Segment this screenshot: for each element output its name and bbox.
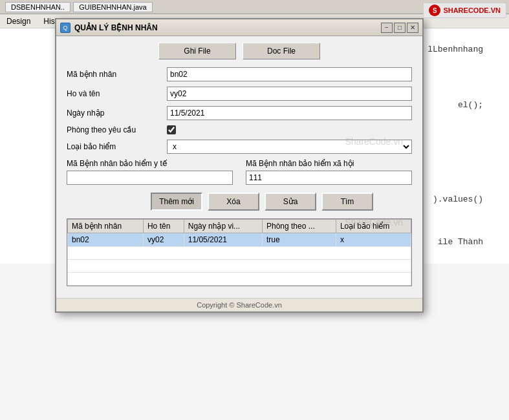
them-moi-button[interactable]: Thêm mới [151, 193, 202, 211]
cell-ngay-nhap: 11/05/2021 [184, 233, 262, 247]
ho-va-ten-row: Ho và tên [67, 87, 412, 101]
copyright-text: Copyright © ShareCode.vn [197, 301, 282, 309]
tim-button[interactable]: Tìm [321, 193, 373, 211]
bhyt-group: Mã Bệnh nhân bảo hiểm y tế [67, 159, 233, 185]
maximize-button[interactable]: □ [394, 23, 406, 33]
close-button[interactable]: ✕ [407, 23, 418, 33]
table-row-empty-3 [68, 273, 411, 286]
col-header-loai-bao-hiem: Loại bảo hiểm [336, 220, 411, 233]
cell-loai-bao-hiem: x [336, 233, 411, 247]
bhxh-label: Mã Bệnh nhân bảo hiểm xã hội [246, 159, 412, 168]
cell-phong-theo: true [263, 233, 336, 247]
loai-bao-hiem-label: Loại bảo hiểm [67, 142, 167, 151]
col-header-phong-theo: Phòng theo ... [263, 220, 336, 233]
ma-benh-nhan-label: Mã bệnh nhân [67, 70, 167, 79]
table-row[interactable]: bn02 vy02 11/05/2021 true x [68, 233, 411, 247]
sharecode-logo: S SHARECODE.VN [423, 3, 506, 18]
ngay-nhap-label: Ngày nhập [67, 109, 167, 118]
action-buttons-row: Thêm mới Xóa Sửa Tìm [67, 193, 412, 211]
table-header-row: Mã bệnh nhân Ho tên Ngày nhập vi... Phòn… [68, 220, 411, 233]
table-row-empty-1 [68, 247, 411, 260]
phong-checkbox-container [167, 125, 176, 134]
bg-tab-right[interactable]: GUIBENHNHAN.java [73, 2, 153, 12]
ngay-nhap-input[interactable] [167, 106, 412, 120]
bg-code-3: ).values() [433, 194, 483, 204]
insurance-section: Mã Bệnh nhân bảo hiểm y tế Mã Bệnh nhân … [67, 159, 412, 185]
dialog-footer: Copyright © ShareCode.vn [56, 298, 422, 311]
bg-text-file: ile Thành [438, 237, 483, 247]
col-header-ma-benh-nhan: Mã bệnh nhân [68, 220, 144, 233]
dialog-controls: − □ ✕ [381, 23, 418, 33]
data-table-container: Mã bệnh nhân Ho tên Ngày nhập vi... Phòn… [67, 218, 412, 286]
ghi-file-button[interactable]: Ghi File [158, 43, 236, 59]
data-table: Mã bệnh nhân Ho tên Ngày nhập vi... Phòn… [67, 219, 411, 286]
bhxh-input[interactable] [246, 171, 412, 185]
xoa-button[interactable]: Xóa [208, 193, 259, 211]
ho-va-ten-input[interactable] [167, 87, 412, 101]
ngay-nhap-row: Ngày nhập [67, 106, 412, 120]
file-buttons-row: Ghi File Doc File [67, 43, 412, 59]
loai-bao-hiem-row: Loại bảo hiểm x y z [67, 140, 412, 154]
bhxh-group: Mã Bệnh nhân bảo hiểm xã hội [246, 159, 412, 185]
dialog-content: ShareCode.vn ShareCode.vn Ghi File Doc F… [56, 36, 422, 298]
dialog-icon-text: Q [63, 25, 67, 31]
ma-benh-nhan-row: Mã bệnh nhân [67, 67, 412, 81]
dialog-icon: Q [60, 23, 70, 33]
sharecode-text: SHARECODE.VN [443, 6, 501, 14]
ho-va-ten-label: Ho và tên [67, 89, 167, 98]
sua-button[interactable]: Sửa [265, 193, 316, 211]
bg-code-2: el(); [458, 100, 483, 110]
loai-bao-hiem-select[interactable]: x y z [167, 140, 412, 154]
bg-tab-left[interactable]: DSBENHNHAN.. [5, 2, 70, 12]
sharecode-icon: S [429, 5, 440, 16]
main-dialog: Q QUẢN LÝ BỆNH NHÂN − □ ✕ ShareCode.vn S… [55, 18, 424, 313]
phong-theo-yeu-cau-row: Phòng theo yêu cầu [67, 125, 412, 134]
bg-code-1: lLbenhnhang [428, 45, 483, 54]
ma-benh-nhan-input[interactable] [167, 67, 412, 81]
bhyt-input[interactable] [67, 171, 233, 185]
col-header-ngay-nhap: Ngày nhập vi... [184, 220, 262, 233]
phong-theo-yeu-cau-label: Phòng theo yêu cầu [67, 125, 167, 134]
dialog-titlebar[interactable]: Q QUẢN LÝ BỆNH NHÂN − □ ✕ [56, 19, 422, 36]
cell-ho-ten: vy02 [143, 233, 184, 247]
bhyt-label: Mã Bệnh nhân bảo hiểm y tế [67, 159, 233, 168]
dialog-title: QUẢN LÝ BỆNH NHÂN [74, 23, 381, 32]
col-header-ho-ten: Ho tên [143, 220, 184, 233]
cell-ma-benh-nhan: bn02 [68, 233, 144, 247]
phong-checkbox[interactable] [167, 125, 176, 134]
table-row-empty-2 [68, 260, 411, 273]
minimize-button[interactable]: − [381, 23, 393, 33]
doc-file-button[interactable]: Doc File [243, 43, 320, 59]
bg-menu-design[interactable]: Design [0, 16, 37, 27]
